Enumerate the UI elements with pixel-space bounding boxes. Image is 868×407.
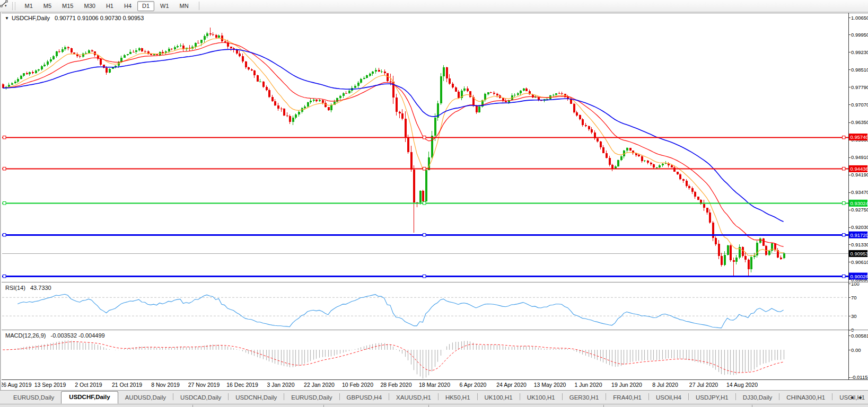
timeframe-toolbar: ▾ M1M5M15M30H1H4D1W1MN [0, 0, 868, 12]
svg-text:10 Feb 2020: 10 Feb 2020 [342, 382, 373, 388]
bottom-tab-gbpusd-h4-6[interactable]: GBPUSD,H4 [340, 392, 389, 404]
svg-text:8 Jul 2020: 8 Jul 2020 [652, 382, 678, 388]
svg-text:26 Aug 2019: 26 Aug 2019 [1, 382, 32, 388]
svg-text:21 Oct 2019: 21 Oct 2019 [112, 382, 142, 388]
timeframe-button-w1[interactable]: W1 [155, 1, 174, 11]
bottom-tab-xauusd-h1-7[interactable]: XAUUSD,H1 [389, 392, 438, 404]
svg-text:22 Jan 2020: 22 Jan 2020 [304, 382, 335, 388]
svg-text:70: 70 [851, 295, 857, 300]
bottom-tab-hk50-h1-8[interactable]: HK50,H1 [439, 392, 477, 404]
svg-text:0.97790: 0.97790 [851, 84, 868, 90]
svg-text:0.93470: 0.93470 [851, 189, 868, 195]
bottom-tab-usdjpy-h1-14[interactable]: USDJPY,H1 [689, 392, 735, 404]
timeframe-button-m15[interactable]: M15 [57, 1, 78, 11]
svg-text:1.00650: 1.00650 [851, 15, 868, 21]
tab-scroll-left-icon[interactable]: ◄ [849, 395, 856, 400]
svg-text:0.99230: 0.99230 [851, 49, 868, 55]
svg-text:0.97070: 0.97070 [851, 102, 868, 108]
svg-text:13 Sep 2019: 13 Sep 2019 [34, 382, 66, 388]
chart-tab-bar: EURUSD,DailyUSDCHF,DailyAUDUSD,DailyUSDC… [0, 390, 868, 404]
bottom-tab-usdcad-daily-3[interactable]: USDCAD,Daily [173, 392, 228, 404]
timeframe-button-m30[interactable]: M30 [79, 1, 100, 11]
svg-text:0.93024: 0.93024 [851, 200, 868, 206]
svg-text:0.90026: 0.90026 [851, 273, 868, 279]
bottom-tab-fra40-h1-12[interactable]: FRA40,H1 [606, 392, 648, 404]
svg-text:0.90953: 0.90953 [851, 251, 868, 256]
tab-scroll-arrows: ◄ ► [849, 395, 865, 400]
rsi-indicator-label: RSI(14) 43.7330 [5, 285, 51, 291]
svg-text:0.94190: 0.94190 [851, 172, 868, 178]
bottom-tab-usoil-h4-13[interactable]: USOil,H4 [649, 392, 688, 404]
svg-text:14 Aug 2020: 14 Aug 2020 [726, 382, 758, 388]
timeframe-button-m1[interactable]: M1 [20, 1, 38, 11]
svg-text:19 Jun 2020: 19 Jun 2020 [611, 382, 642, 388]
bottom-tab-china300-h1-16[interactable]: CHINA300,H1 [779, 392, 832, 404]
svg-text:27 Nov 2019: 27 Nov 2019 [188, 382, 220, 388]
svg-text:2 Oct 2019: 2 Oct 2019 [75, 382, 102, 388]
rsi-current-value: 43.7330 [30, 285, 51, 291]
svg-text:27 Jul 2020: 27 Jul 2020 [689, 382, 718, 388]
svg-text:30: 30 [851, 313, 857, 319]
bottom-tab-usdcnh-daily-4[interactable]: USDCNH,Daily [229, 392, 284, 404]
svg-text:0.95740: 0.95740 [851, 134, 868, 140]
svg-text:8 Nov 2019: 8 Nov 2019 [151, 382, 180, 388]
chart-symbol-label: USDCHF,Daily [12, 15, 50, 21]
svg-text:100: 100 [851, 281, 860, 287]
collapse-indicator-icon[interactable]: ▼ [5, 16, 9, 21]
timeframe-button-mn[interactable]: MN [175, 1, 194, 11]
svg-text:28 Feb 2020: 28 Feb 2020 [381, 382, 412, 388]
timeframe-button-h1[interactable]: H1 [101, 1, 118, 11]
svg-text:0.94436: 0.94436 [851, 166, 868, 172]
svg-text:0.90610: 0.90610 [851, 259, 868, 265]
macd-current-values: -0.003532 -0.004499 [50, 332, 104, 339]
chart-ohlc-values: 0.90771 0.91006 0.90730 0.90953 [55, 15, 144, 21]
bottom-tab-eurusd-daily-0[interactable]: EURUSD,Daily [6, 392, 61, 404]
macd-indicator-label: MACD(12,26,9) -0.003532 -0.004499 [5, 332, 105, 339]
bottom-tab-usdchf-daily-1[interactable]: USDCHF,Daily [61, 391, 118, 404]
svg-text:24 Apr 2020: 24 Apr 2020 [496, 382, 527, 388]
timeframe-button-d1[interactable]: D1 [137, 1, 154, 11]
svg-text:-0.01151: -0.01151 [851, 374, 868, 380]
bottom-tab-uk100-h1-9[interactable]: UK100,H1 [478, 392, 520, 404]
bottom-tab-uk100-h1-10[interactable]: UK100,H1 [520, 392, 562, 404]
svg-text:0.92750: 0.92750 [851, 207, 868, 213]
svg-text:0.92030: 0.92030 [851, 224, 868, 230]
window-left-edge [0, 12, 2, 404]
svg-text:0.91720: 0.91720 [851, 232, 868, 238]
svg-text:13 May 2020: 13 May 2020 [534, 382, 566, 388]
tab-scroll-right-icon[interactable]: ► [858, 395, 865, 400]
trading-platform-window: 1.006500.999500.992300.985100.977900.970… [0, 0, 868, 407]
svg-text:1 Jun 2020: 1 Jun 2020 [575, 382, 602, 388]
svg-text:0.00: 0.00 [851, 347, 861, 353]
svg-text:0.98510: 0.98510 [851, 67, 868, 73]
macd-name: MACD(12,26,9) [5, 332, 46, 339]
svg-text:0.91330: 0.91330 [851, 242, 868, 247]
timeframe-button-m5[interactable]: M5 [39, 1, 56, 11]
bottom-tab-audusd-daily-2[interactable]: AUDUSD,Daily [118, 392, 173, 404]
chart-title: ▼ USDCHF,Daily 0.90771 0.91006 0.90730 0… [5, 15, 144, 21]
svg-text:0.96350: 0.96350 [851, 119, 868, 125]
bottom-tab-dj30-daily-15[interactable]: DJ30,Daily [736, 392, 779, 404]
svg-text:3 Jan 2020: 3 Jan 2020 [267, 382, 295, 388]
svg-text:0.94910: 0.94910 [851, 154, 868, 160]
svg-text:16 Dec 2019: 16 Dec 2019 [226, 382, 258, 388]
toolbar-grip[interactable] [12, 2, 15, 10]
timeframe-button-h4[interactable]: H4 [119, 1, 136, 11]
bottom-tab-ger30-h1-11[interactable]: GER30,H1 [563, 392, 606, 404]
chart-canvas[interactable]: 1.006500.999500.992300.985100.977900.970… [0, 0, 868, 407]
svg-text:0.99950: 0.99950 [851, 32, 868, 38]
svg-text:6 Apr 2020: 6 Apr 2020 [460, 382, 487, 388]
bottom-tab-eurusd-daily-5[interactable]: EURUSD,Daily [284, 392, 339, 404]
rsi-name: RSI(14) [5, 285, 25, 291]
toolbar-separator [199, 2, 199, 10]
svg-text:18 Mar 2020: 18 Mar 2020 [419, 382, 450, 388]
svg-text:0.005818: 0.005818 [851, 333, 868, 339]
status-strip [0, 404, 868, 407]
